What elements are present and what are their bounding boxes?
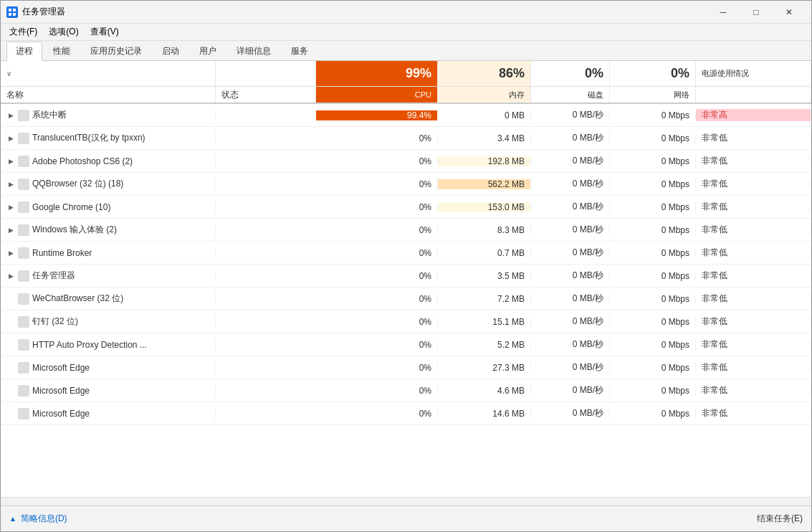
process-power-cell: 非常低 [696, 338, 811, 351]
process-memory-cell: 562.2 MB [438, 179, 531, 189]
process-network-value: 0 Mbps [661, 225, 689, 235]
process-power-value: 非常低 [702, 384, 727, 396]
table-row[interactable]: Microsoft Edge 0% 4.6 MB 0 MB/秒 0 Mbps 非… [1, 379, 811, 402]
process-disk-value: 0 MB/秒 [573, 407, 603, 419]
header-mem-label[interactable]: 内存 [438, 87, 531, 103]
tab-users[interactable]: 用户 [190, 42, 226, 60]
end-task-button[interactable]: 结束任务(E) [757, 513, 803, 525]
minimize-button[interactable]: ─ [707, 1, 740, 24]
maximize-button[interactable]: □ [740, 1, 773, 24]
menu-file[interactable]: 文件(F) [4, 24, 43, 39]
process-memory-cell: 0.7 MB [438, 248, 531, 258]
task-manager-window: 任务管理器 ─ □ ✕ 文件(F) 选项(O) 查看(V) 进程 性能 应用历史… [0, 0, 812, 532]
process-network-cell: 0 Mbps [610, 340, 696, 350]
expand-icon[interactable]: ▶ [6, 226, 15, 234]
process-icon [18, 224, 29, 236]
process-cpu-value: 0% [419, 248, 431, 258]
sort-arrow-icon: ∨ [6, 70, 11, 77]
process-power-cell: 非常低 [696, 384, 811, 396]
process-cpu-cell: 99.4% [316, 110, 438, 120]
header-net-label[interactable]: 网络 [610, 87, 696, 103]
title-bar: 任务管理器 ─ □ ✕ [1, 1, 811, 24]
process-memory-value: 8.3 MB [497, 225, 525, 235]
table-row[interactable]: ▶ QQBrowser (32 位) (18) 0% 562.2 MB 0 MB… [1, 173, 811, 196]
process-icon [18, 362, 29, 374]
process-disk-cell: 0 MB/秒 [531, 384, 610, 396]
table-row[interactable]: ▶ 系统中断 99.4% 0 MB 0 MB/秒 0 Mbps 非常高 [1, 104, 811, 127]
main-content: ∨ 99% 86% 0% 0% 电源使用情况 名称 状态 CPU 内存 磁盘 网… [1, 61, 811, 505]
process-power-cell: 非常低 [696, 247, 811, 259]
process-disk-cell: 0 MB/秒 [531, 361, 610, 374]
process-disk-value: 0 MB/秒 [573, 384, 603, 396]
process-disk-value: 0 MB/秒 [573, 293, 603, 305]
table-row[interactable]: ▶ 任务管理器 0% 3.5 MB 0 MB/秒 0 Mbps 非常低 [1, 265, 811, 288]
table-row[interactable]: ▶ Windows 输入体验 (2) 0% 8.3 MB 0 MB/秒 0 Mb… [1, 219, 811, 242]
process-network-cell: 0 Mbps [610, 225, 696, 235]
tab-services[interactable]: 服务 [282, 42, 317, 60]
process-list[interactable]: ▶ 系统中断 99.4% 0 MB 0 MB/秒 0 Mbps 非常高 ▶ Tr… [1, 104, 811, 497]
process-power-cell: 非常低 [696, 155, 811, 167]
tab-performance[interactable]: 性能 [44, 42, 80, 60]
table-row[interactable]: Microsoft Edge 0% 14.6 MB 0 MB/秒 0 Mbps … [1, 402, 811, 425]
header-name-sort[interactable]: ∨ [1, 61, 216, 86]
table-row[interactable]: WeChatBrowser (32 位) 0% 7.2 MB 0 MB/秒 0 … [1, 288, 811, 310]
table-row[interactable]: ▶ Runtime Broker 0% 0.7 MB 0 MB/秒 0 Mbps… [1, 242, 811, 265]
process-cpu-value: 0% [419, 294, 431, 304]
table-row[interactable]: HTTP Auto Proxy Detection ... 0% 5.2 MB … [1, 333, 811, 356]
process-name: QQBrowser (32 位) (18) [32, 178, 123, 190]
horizontal-scrollbar[interactable] [1, 497, 811, 505]
header-status-label[interactable]: 状态 [216, 87, 316, 103]
process-icon [18, 110, 29, 121]
process-cpu-cell: 0% [316, 202, 438, 212]
summary-label[interactable]: 简略信息(D) [21, 513, 67, 525]
table-row[interactable]: 钉钉 (32 位) 0% 15.1 MB 0 MB/秒 0 Mbps 非常低 [1, 310, 811, 333]
summary-toggle[interactable]: ▲ 简略信息(D) [9, 513, 67, 525]
process-memory-cell: 0 MB [438, 110, 531, 120]
expand-icon[interactable]: ▶ [6, 180, 15, 189]
header-disk-label[interactable]: 磁盘 [531, 87, 610, 103]
expand-icon[interactable]: ▶ [6, 134, 15, 143]
menu-options[interactable]: 选项(O) [43, 24, 84, 39]
process-cpu-cell: 0% [316, 156, 438, 166]
process-memory-cell: 7.2 MB [438, 294, 531, 304]
header-cpu-label[interactable]: CPU [316, 87, 438, 103]
process-memory-cell: 27.3 MB [438, 363, 531, 373]
table-row[interactable]: ▶ Adobe Photoshop CS6 (2) 0% 192.8 MB 0 … [1, 150, 811, 173]
process-power-cell: 非常低 [696, 224, 811, 236]
expand-icon[interactable]: ▶ [6, 203, 15, 212]
process-power-cell: 非常低 [696, 407, 811, 419]
expand-icon[interactable]: ▶ [6, 157, 15, 166]
expand-icon[interactable]: ▶ [6, 272, 15, 280]
expand-placeholder [6, 295, 15, 303]
header-cpu-percent[interactable]: 99% [316, 61, 438, 86]
table-row[interactable]: ▶ TranslucentTB(汉化 by tpxxn) 0% 3.4 MB 0… [1, 127, 811, 150]
header-power-label[interactable]: 电源使用情况 [696, 61, 811, 86]
process-power-value: 非常低 [702, 407, 727, 419]
process-icon [18, 201, 29, 213]
table-row[interactable]: Microsoft Edge 0% 27.3 MB 0 MB/秒 0 Mbps … [1, 356, 811, 379]
process-disk-cell: 0 MB/秒 [531, 109, 610, 121]
tab-startup[interactable]: 启动 [153, 42, 188, 60]
expand-icon[interactable]: ▶ [6, 111, 15, 120]
process-disk-value: 0 MB/秒 [573, 270, 603, 282]
tab-details[interactable]: 详细信息 [227, 42, 280, 60]
process-cpu-value: 0% [419, 386, 431, 396]
process-power-cell: 非常低 [696, 132, 811, 144]
tab-processes[interactable]: 进程 [6, 42, 42, 61]
header-disk-percent[interactable]: 0% [531, 61, 610, 86]
process-memory-cell: 15.1 MB [438, 317, 531, 327]
tab-app-history[interactable]: 应用历史记录 [81, 42, 151, 60]
process-name: Microsoft Edge [32, 386, 90, 396]
menu-view[interactable]: 查看(V) [85, 24, 125, 39]
table-row[interactable]: ▶ Google Chrome (10) 0% 153.0 MB 0 MB/秒 … [1, 196, 811, 219]
process-icon [18, 408, 29, 419]
expand-icon[interactable]: ▶ [6, 249, 15, 257]
process-name: HTTP Auto Proxy Detection ... [32, 340, 147, 350]
header-name-label[interactable]: 名称 [1, 87, 216, 103]
close-button[interactable]: ✕ [773, 1, 806, 24]
header-mem-percent[interactable]: 86% [438, 61, 531, 86]
process-network-cell: 0 Mbps [610, 363, 696, 373]
header-net-percent[interactable]: 0% [610, 61, 696, 86]
process-name-cell: Microsoft Edge [1, 408, 216, 419]
process-memory-cell: 4.6 MB [438, 386, 531, 396]
